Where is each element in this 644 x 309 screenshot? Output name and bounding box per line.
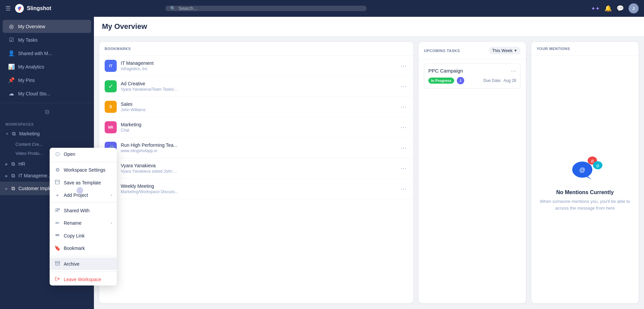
- search-bar[interactable]: 🔍: [165, 6, 367, 11]
- bookmark-more-icon[interactable]: ⋯: [399, 143, 408, 153]
- bookmark-sub: Infragistics, Inc: [121, 67, 395, 71]
- sidebar-item-analytics[interactable]: 📊 My Analytics: [3, 60, 91, 73]
- bookmark-sub: Chat: [121, 128, 395, 133]
- logo-icon: [15, 4, 24, 13]
- bookmark-sub: Marketing/Workspace Discuss...: [121, 189, 395, 194]
- hamburger-icon[interactable]: ☰: [5, 5, 11, 12]
- ctx-item-open[interactable]: ⬡ Open: [50, 148, 117, 161]
- template-icon: [54, 180, 60, 185]
- chevron-right-icon: ›: [111, 193, 112, 197]
- bookmark-item[interactable]: MR Marketing Chat ⋯: [99, 117, 413, 138]
- bookmark-sub: John Williams: [121, 107, 395, 112]
- mentions-empty-title: No Mentions Currently: [556, 189, 614, 195]
- page-title: My Overview: [102, 22, 636, 31]
- sidebar-item-pins[interactable]: 📌 My Pins: [3, 74, 91, 87]
- top-actions: ✦✦ 🔔 💬 J: [591, 3, 639, 13]
- bookmark-info: Vyara Yanakieva Vyara Yanakieva asked Jo…: [121, 163, 395, 174]
- chevron-right-icon: ›: [111, 221, 112, 225]
- bookmark-item[interactable]: 📅 Weekly Meeting Marketing/Workspace Dis…: [99, 179, 413, 199]
- bookmark-item[interactable]: ✓ Ad Creative Vyara Yanakieva/Team Tasks…: [99, 76, 413, 97]
- ctx-label: Add Project: [64, 192, 88, 198]
- bookmark-name: Marketing: [121, 122, 395, 127]
- bookmark-name: Vyara Yanakieva: [121, 163, 395, 168]
- page-header: My Overview: [94, 17, 644, 37]
- ctx-item-save-template[interactable]: Save as Template: [50, 176, 117, 189]
- archive-icon: [54, 261, 60, 267]
- app-logo: Slingshot: [15, 4, 51, 13]
- bookmark-name: Ad Creative: [121, 81, 395, 86]
- analytics-icon: 📊: [8, 63, 15, 70]
- svg-text:@: @: [591, 159, 594, 163]
- bookmark-name: IT Management: [121, 60, 395, 66]
- svg-point-12: [56, 209, 58, 211]
- ctx-label: Workspace Settings: [64, 167, 105, 173]
- bookmark-item[interactable]: 🔗 Run High Performing Tea... www.slingsh…: [99, 138, 413, 158]
- sidebar-item-shared[interactable]: 👤 Shared with M...: [3, 47, 91, 60]
- tasks-header: UPCOMING TASKS This Week ▼: [419, 42, 526, 59]
- sidebar-item-my-overview[interactable]: ◎ My Overview: [3, 20, 91, 33]
- mentions-title: YOUR MENTIONS: [537, 47, 570, 51]
- ctx-item-leave-workspace[interactable]: Leave Workspace: [50, 273, 117, 285]
- ctx-label: Save as Template: [64, 180, 101, 185]
- bookmark-sub: www.slingshotapp.io: [121, 148, 395, 153]
- bookmark-more-icon[interactable]: ⋯: [399, 122, 408, 132]
- bookmark-info: Ad Creative Vyara Yanakieva/Team Tasks/.…: [121, 81, 395, 92]
- tasks-filter[interactable]: This Week ▼: [489, 47, 521, 54]
- sidebar-item-label: My Pins: [18, 78, 35, 83]
- bookmark-more-icon[interactable]: ⋯: [399, 102, 408, 112]
- bookmark-item[interactable]: S Sales John Williams ⋯: [99, 97, 413, 117]
- sidebar-item-label: My Overview: [18, 24, 45, 29]
- workspace-item-marketing[interactable]: ▼ ⧉ Marketing: [0, 128, 94, 139]
- tasks-icon: ☑: [8, 37, 15, 43]
- workspaces-toggle-icon[interactable]: ⧉: [45, 108, 49, 116]
- ctx-item-rename[interactable]: ✏ Rename ›: [50, 217, 117, 229]
- leave-icon: [54, 276, 60, 282]
- bookmark-icon: 🔖: [54, 245, 60, 251]
- sidebar-item-cloud[interactable]: ☁ My Cloud Sto...: [3, 87, 91, 100]
- workspace-icon: ⧉: [11, 173, 15, 179]
- ctx-divider: [50, 271, 117, 272]
- ctx-item-archive[interactable]: Archive: [50, 258, 117, 270]
- bookmark-info: Sales John Williams: [121, 101, 395, 112]
- bookmark-name: Weekly Meeting: [121, 183, 395, 189]
- mentions-panel: YOUR MENTIONS @ @: [531, 42, 639, 303]
- expand-icon: ▼: [5, 132, 9, 136]
- workspace-label: Marketing: [19, 131, 40, 136]
- ctx-label: Leave Workspace: [64, 277, 101, 282]
- bookmark-name: Run High Performing Tea...: [121, 142, 395, 148]
- task-more-icon[interactable]: ⋯: [511, 68, 516, 74]
- ctx-item-bookmark[interactable]: 🔖 Bookmark: [50, 242, 117, 255]
- ctx-item-add-project[interactable]: + Add Project ›: [50, 189, 117, 201]
- bookmark-item[interactable]: IT IT Management Infragistics, Inc ⋯: [99, 56, 413, 76]
- expand-icon: ▶: [5, 174, 8, 178]
- mentions-header: YOUR MENTIONS: [531, 42, 639, 56]
- bookmark-item[interactable]: VY Vyara Yanakieva Vyara Yanakieva asked…: [99, 158, 413, 179]
- workspace-label: IT Manageme...: [18, 173, 51, 178]
- bookmark-sub: Vyara Yanakieva/Team Tasks/...: [121, 87, 395, 92]
- main-content: My Overview BOOKMARKS IT IT Management I…: [94, 17, 644, 309]
- bookmark-more-icon[interactable]: ⋯: [399, 184, 408, 194]
- svg-point-13: [58, 209, 59, 210]
- bookmark-more-icon[interactable]: ⋯: [399, 81, 408, 91]
- cloud-icon: ☁: [8, 90, 15, 97]
- bookmark-more-icon[interactable]: ⋯: [399, 163, 408, 173]
- subitem-content-cre[interactable]: Content Cre...: [0, 140, 94, 149]
- ctx-item-copy-link[interactable]: Copy Link: [50, 229, 117, 242]
- sparkle-icon[interactable]: ✦✦: [591, 5, 600, 12]
- add-icon: +: [54, 192, 60, 198]
- sidebar-item-label: My Tasks: [18, 37, 38, 43]
- bookmark-info: IT Management Infragistics, Inc: [121, 60, 395, 71]
- ctx-item-shared-with[interactable]: Shared With: [50, 204, 117, 217]
- search-input[interactable]: [178, 6, 362, 11]
- ctx-item-workspace-settings[interactable]: ⚙ Workspace Settings: [50, 164, 117, 176]
- expand-icon: ▶: [5, 162, 8, 166]
- workspace-icon: ⧉: [11, 185, 15, 191]
- workspace-label: HR: [18, 161, 25, 167]
- chat-icon[interactable]: 💬: [616, 5, 624, 12]
- expand-icon: ▶: [5, 187, 8, 190]
- shared-icon: 👤: [8, 50, 15, 56]
- bookmark-more-icon[interactable]: ⋯: [399, 61, 408, 71]
- bell-icon[interactable]: 🔔: [604, 5, 612, 12]
- sidebar-item-my-tasks[interactable]: ☑ My Tasks: [3, 33, 91, 46]
- avatar[interactable]: J: [629, 3, 639, 13]
